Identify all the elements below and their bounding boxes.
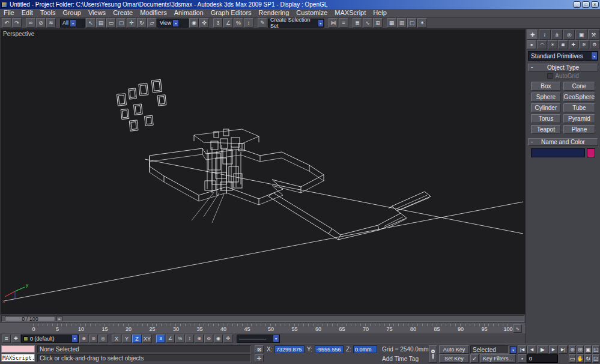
use-center-icon[interactable]: ◉ bbox=[214, 335, 223, 343]
torus-button[interactable]: Torus bbox=[531, 114, 561, 123]
select-and-rotate-icon[interactable]: ↻ bbox=[137, 18, 147, 28]
layer-manager-icon[interactable]: ≣ bbox=[2, 335, 11, 343]
menu-tools[interactable]: Tools bbox=[37, 9, 59, 17]
select-and-scale-icon[interactable]: ▱ bbox=[147, 18, 157, 28]
axis-constraint-y-button[interactable]: Y bbox=[122, 335, 132, 343]
curve-editor-icon[interactable]: ∿ bbox=[363, 18, 372, 28]
edit-named-sets-icon[interactable]: ✎ bbox=[258, 18, 267, 28]
next-frame-icon[interactable]: ▶ bbox=[549, 345, 558, 354]
manipulate-icon[interactable]: ✜ bbox=[223, 335, 232, 343]
mini-curve-editor-icon[interactable]: ∿ bbox=[513, 324, 522, 333]
y-coordinate-field[interactable]: -9555.556 bbox=[315, 345, 344, 353]
rectangular-region-icon[interactable]: ▭ bbox=[106, 18, 116, 28]
name-and-color-rollout-header[interactable]: - Name and Color bbox=[528, 138, 598, 146]
undo-icon[interactable]: ↶ bbox=[2, 18, 11, 28]
category-geometry-icon[interactable]: ● bbox=[527, 40, 536, 49]
set-key-button[interactable]: Set Key bbox=[439, 354, 469, 363]
x-coordinate-field[interactable]: 73299.875 bbox=[274, 345, 305, 353]
new-layer-icon[interactable]: ✚ bbox=[11, 335, 20, 343]
material-editor-icon[interactable]: ▦ bbox=[387, 18, 396, 28]
selection-lock-icon[interactable]: ⊠ bbox=[255, 345, 264, 353]
auto-key-button[interactable]: Auto Key bbox=[439, 345, 469, 354]
reference-coordinate-dropdown[interactable]: View ▾ bbox=[157, 19, 189, 28]
tab-display[interactable]: ▣ bbox=[575, 29, 587, 40]
macro-recorder-field[interactable] bbox=[1, 345, 35, 353]
angle-snap-icon[interactable]: ∠ bbox=[223, 18, 233, 28]
minimize-button[interactable]: _ bbox=[573, 1, 581, 8]
cylinder-button[interactable]: Cylinder bbox=[531, 103, 561, 112]
autogrid-checkbox[interactable] bbox=[547, 73, 553, 79]
time-slider-track[interactable]: 0 / 100 ▸ bbox=[1, 315, 524, 322]
previous-frame-icon[interactable]: ◀ bbox=[527, 345, 536, 354]
menu-group[interactable]: Group bbox=[59, 9, 85, 17]
zoom-extents-all-icon[interactable]: ◱ bbox=[592, 345, 599, 354]
tab-modify[interactable]: ≀ bbox=[539, 29, 550, 40]
add-to-layer-icon[interactable]: ⊕ bbox=[79, 335, 88, 343]
next-frame-arrow-icon[interactable]: ▸ bbox=[56, 316, 62, 321]
plane-button[interactable]: Plane bbox=[563, 125, 595, 134]
window-crossing-icon[interactable]: ▢ bbox=[117, 18, 126, 28]
track-bar[interactable]: 0 5 10 15 20 25 30 35 40 45 50 55 60 65 … bbox=[0, 323, 526, 333]
menu-rendering[interactable]: Rendering bbox=[255, 9, 293, 17]
chevron-down-icon[interactable]: ▾ bbox=[510, 346, 517, 354]
select-and-link-icon[interactable]: ∞ bbox=[26, 18, 35, 28]
select-in-layer-icon[interactable]: ⊙ bbox=[204, 335, 213, 343]
arc-rotate-icon[interactable]: ↻ bbox=[584, 354, 592, 363]
sphere-button[interactable]: Sphere bbox=[531, 93, 561, 102]
geosphere-button[interactable]: GeoSphere bbox=[563, 93, 595, 102]
angle-snap-icon[interactable]: ∠ bbox=[166, 335, 175, 343]
layer-manager-icon[interactable]: ≣ bbox=[353, 18, 362, 28]
pyramid-button[interactable]: Pyramid bbox=[563, 114, 595, 123]
axis-constraint-xy-button[interactable]: XY bbox=[142, 335, 152, 343]
object-type-rollout-header[interactable]: - Object Type bbox=[528, 64, 598, 71]
select-object-icon[interactable]: ↖ bbox=[86, 18, 95, 28]
axis-constraint-x-button[interactable]: X bbox=[112, 335, 121, 343]
pan-icon[interactable]: ✋ bbox=[577, 354, 584, 363]
box-button[interactable]: Box bbox=[531, 82, 561, 91]
use-pivot-center-icon[interactable]: ◉ bbox=[189, 18, 199, 28]
category-systems-icon[interactable]: ⚙ bbox=[590, 40, 599, 49]
maxscript-listener-field[interactable]: MAXScript. bbox=[1, 354, 35, 362]
add-time-tag-label[interactable]: Add Time Tag bbox=[382, 356, 419, 362]
tab-hierarchy[interactable]: ⋔ bbox=[551, 29, 563, 40]
current-frame-field[interactable]: 0 bbox=[527, 354, 558, 363]
bind-to-spacewarp-icon[interactable]: ≋ bbox=[46, 18, 56, 28]
maximize-button[interactable]: □ bbox=[582, 1, 590, 8]
align-icon[interactable]: ≡ bbox=[339, 18, 348, 28]
current-layer-icon[interactable]: ◎ bbox=[98, 335, 108, 343]
keyable-icon[interactable]: ✓ bbox=[470, 354, 479, 363]
select-and-move-icon[interactable]: ✛ bbox=[127, 18, 136, 28]
play-button-icon[interactable]: ▶ bbox=[537, 345, 548, 354]
schematic-view-icon[interactable]: ⊞ bbox=[373, 18, 383, 28]
snaps-toggle-icon[interactable]: 3 bbox=[213, 18, 223, 28]
layer-dropdown[interactable]: 0 (default) ▾ bbox=[21, 335, 79, 343]
selection-filter-dropdown[interactable]: All ▾ bbox=[60, 19, 85, 28]
redo-icon[interactable]: ↷ bbox=[12, 18, 22, 28]
snaps-toggle-icon[interactable]: 3 bbox=[156, 335, 165, 343]
object-color-swatch[interactable] bbox=[587, 148, 595, 157]
absolute-offset-toggle-icon[interactable]: ✛ bbox=[255, 354, 264, 362]
tab-motion[interactable]: ◎ bbox=[563, 29, 575, 40]
named-selection-set-field[interactable]: Create Selection Set ▾ bbox=[268, 19, 324, 28]
time-slider-handle[interactable]: 0 / 100 bbox=[5, 316, 55, 321]
selection-set-dropdown[interactable]: ————— ▾ bbox=[237, 335, 280, 343]
percent-snap-icon[interactable]: % bbox=[175, 335, 184, 343]
percent-snap-icon[interactable]: % bbox=[234, 18, 243, 28]
zoom-all-icon[interactable]: ⊞ bbox=[577, 345, 584, 354]
menu-modifiers[interactable]: Modifiers bbox=[136, 9, 171, 17]
menu-file[interactable]: File bbox=[0, 9, 18, 17]
select-in-layer-icon[interactable]: ⊙ bbox=[89, 335, 98, 343]
key-filters-button[interactable]: Key Filters... bbox=[480, 354, 516, 363]
select-by-name-icon[interactable]: ▤ bbox=[96, 18, 106, 28]
z-coordinate-field[interactable]: 0.0mm bbox=[353, 345, 377, 353]
quick-render-icon[interactable]: ✶ bbox=[417, 18, 427, 28]
spinner-snap-icon[interactable]: ↕ bbox=[244, 18, 253, 28]
category-lights-icon[interactable]: ☀ bbox=[548, 40, 557, 49]
set-keys-button[interactable] bbox=[429, 345, 437, 363]
tab-create[interactable]: ✚ bbox=[527, 29, 538, 40]
render-setup-icon[interactable]: ▥ bbox=[397, 18, 407, 28]
menu-animation[interactable]: Animation bbox=[171, 9, 207, 17]
perspective-viewport[interactable]: Perspective bbox=[0, 29, 526, 315]
menu-create[interactable]: Create bbox=[109, 9, 136, 17]
zoom-extents-icon[interactable]: ▣ bbox=[584, 345, 592, 354]
